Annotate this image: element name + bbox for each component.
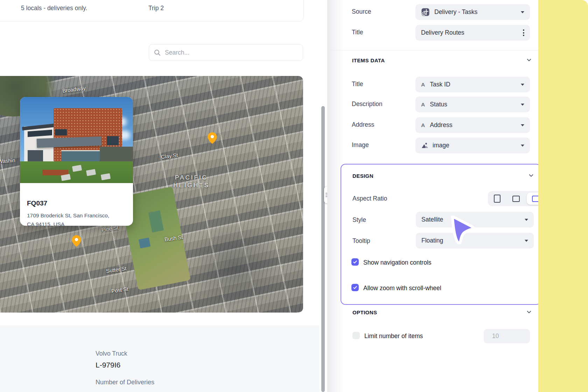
search-icon [154, 49, 161, 56]
items-data-heading: ITEMS DATA [352, 57, 385, 63]
style-value: Satellite [421, 216, 525, 223]
design-section-highlight: DESIGN Aspect Ratio Style Satellite Tool… [341, 164, 541, 305]
items-image-select[interactable]: image [415, 138, 530, 153]
chevron-down-icon [521, 104, 524, 106]
map-marker[interactable] [72, 235, 81, 247]
map-street-label-broadway: Broadway [62, 85, 86, 94]
map-building-shadow [175, 216, 294, 313]
items-image-label: Image [352, 141, 369, 149]
items-title-select[interactable]: A Task ID [415, 77, 530, 92]
map-area-label-pacific-heights: PACIFIC HEIGHTS [165, 174, 218, 190]
items-description-label: Description [352, 100, 383, 108]
aspect-ratio-portrait-option[interactable] [488, 191, 507, 206]
search-box[interactable] [149, 44, 303, 61]
items-address-label: Address [352, 121, 374, 128]
map-street-label-washington: Washin [0, 157, 15, 164]
scrollbar-thumb[interactable] [321, 106, 325, 392]
chevron-down-icon [525, 240, 528, 242]
map-tennis-court [139, 238, 150, 248]
check-icon [352, 285, 358, 290]
map-street-label-clay: Clay St [161, 152, 178, 160]
chevron-down-icon [521, 145, 524, 147]
chevron-down-icon [521, 124, 524, 126]
text-field-icon: A [421, 82, 425, 88]
title-label: Title [352, 29, 363, 36]
aspect-ratio-square-option[interactable] [507, 191, 526, 206]
text-field-icon: A [421, 102, 425, 108]
design-heading: DESIGN [352, 173, 373, 179]
vehicle-id: L-979I6 [96, 361, 120, 369]
source-label: Source [352, 8, 371, 15]
items-address-select[interactable]: A Address [415, 117, 530, 133]
tooltip-value: Floating [421, 237, 525, 244]
delivery-details-section: Volvo Truck L-979I6 Number of Deliveries [0, 326, 319, 392]
list-item-card[interactable]: 5 locals - deliveries only. Trip 2 [0, 0, 304, 22]
chevron-down-icon [525, 219, 528, 221]
items-title-value: Task ID [430, 81, 521, 88]
settings-panel: Source Delivery - Tasks Title Delivery R… [327, 0, 538, 392]
items-image-value: image [433, 142, 521, 149]
source-select[interactable]: Delivery - Tasks [415, 4, 530, 20]
list-item-trip-label: Trip 2 [148, 5, 164, 12]
design-collapse-chevron-icon[interactable] [528, 172, 534, 179]
source-app-icon [421, 8, 430, 16]
allow-zoom-scrollwheel-label: Allow zoom with scroll-wheel [363, 285, 441, 292]
map-tennis-court [148, 210, 164, 232]
tooltip-address: 1709 Broderick St, San Francisco, CA 941… [27, 211, 109, 229]
items-address-value: Address [430, 121, 521, 129]
app-canvas: 5 locals - deliveries only. Trip 2 PACIF… [0, 0, 588, 392]
section-divider [329, 50, 538, 50]
allow-zoom-scrollwheel-checkbox[interactable] [351, 284, 359, 291]
square-rect-icon [512, 196, 520, 202]
map-street-label-sutter: Sutter St [106, 265, 127, 274]
map-tooltip-card[interactable]: FQ037 1709 Broderick St, San Francisco, … [20, 97, 133, 226]
limit-items-label: Limit number of items [364, 332, 423, 340]
kebab-menu-icon[interactable] [523, 29, 524, 36]
items-data-collapse-chevron-icon[interactable] [526, 57, 532, 63]
items-title-label: Title [352, 80, 363, 88]
theme-accent-strip [538, 0, 588, 392]
check-icon [352, 259, 358, 265]
text-field-icon: A [421, 122, 425, 128]
items-description-select[interactable]: A Status [415, 97, 530, 112]
source-value: Delivery - Tasks [434, 8, 521, 16]
show-navigation-controls-label: Show navigation controls [363, 259, 432, 266]
limit-items-checkbox[interactable] [352, 332, 360, 339]
title-value: Delivery Routes [421, 29, 523, 36]
map-marker[interactable] [208, 132, 217, 144]
aspect-ratio-label: Aspect Ratio [352, 195, 387, 202]
limit-items-input[interactable] [484, 329, 530, 343]
image-field-icon [421, 142, 428, 149]
style-label: Style [352, 216, 366, 224]
options-heading: OPTIONS [352, 309, 377, 315]
tooltip-select[interactable]: Floating [416, 233, 534, 248]
search-input[interactable] [164, 49, 298, 57]
deliveries-count-label: Number of Deliveries [96, 379, 154, 386]
tooltip-setting-label: Tooltip [352, 237, 370, 245]
options-collapse-chevron-icon[interactable] [526, 309, 532, 315]
show-navigation-controls-checkbox[interactable] [351, 258, 359, 266]
map-canvas[interactable]: PACIFIC HEIGHTS Broadway Washin Clay St … [0, 76, 303, 313]
title-input[interactable]: Delivery Routes [415, 25, 530, 41]
items-description-value: Status [430, 101, 521, 108]
chevron-down-icon [521, 84, 524, 86]
portrait-rect-icon [494, 195, 500, 203]
style-select[interactable]: Satellite [416, 212, 534, 227]
tooltip-title: FQ037 [27, 200, 47, 207]
list-item-subtitle: 5 locals - deliveries only. [21, 5, 87, 12]
map-street-label-post: Post St [111, 286, 128, 294]
chevron-down-icon [521, 11, 524, 13]
tooltip-property-image [20, 97, 133, 183]
vehicle-label: Volvo Truck [96, 350, 127, 357]
